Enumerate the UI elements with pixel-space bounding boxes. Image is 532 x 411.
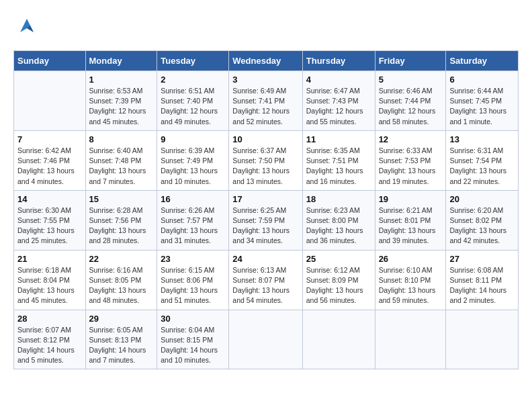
day-number: 22	[89, 254, 154, 264]
day-info: Sunrise: 6:44 AM Sunset: 7:45 PM Dayligh…	[449, 86, 515, 127]
calendar-week-row: 21Sunrise: 6:18 AM Sunset: 8:04 PM Dayli…	[14, 250, 519, 310]
calendar-cell	[302, 310, 375, 369]
logo	[13, 13, 44, 44]
day-number: 18	[306, 194, 371, 204]
day-info: Sunrise: 6:07 AM Sunset: 8:12 PM Dayligh…	[17, 325, 82, 366]
calendar-cell: 10Sunrise: 6:37 AM Sunset: 7:50 PM Dayli…	[229, 130, 302, 190]
day-info: Sunrise: 6:47 AM Sunset: 7:43 PM Dayligh…	[306, 86, 371, 127]
calendar-header-row: SundayMondayTuesdayWednesdayThursdayFrid…	[14, 51, 519, 71]
weekday-header: Sunday	[14, 51, 86, 71]
day-number: 16	[161, 194, 225, 204]
weekday-header: Saturday	[446, 51, 519, 71]
day-number: 4	[306, 75, 371, 85]
calendar-cell: 28Sunrise: 6:07 AM Sunset: 8:12 PM Dayli…	[14, 310, 86, 369]
day-number: 13	[449, 134, 515, 144]
day-number: 26	[379, 254, 443, 264]
day-info: Sunrise: 6:20 AM Sunset: 8:02 PM Dayligh…	[449, 205, 515, 246]
calendar-cell: 30Sunrise: 6:04 AM Sunset: 8:15 PM Dayli…	[157, 310, 229, 369]
day-info: Sunrise: 6:39 AM Sunset: 7:49 PM Dayligh…	[161, 146, 225, 187]
calendar-cell: 11Sunrise: 6:35 AM Sunset: 7:51 PM Dayli…	[302, 130, 375, 190]
day-info: Sunrise: 6:35 AM Sunset: 7:51 PM Dayligh…	[306, 146, 371, 187]
calendar-cell: 8Sunrise: 6:40 AM Sunset: 7:48 PM Daylig…	[85, 130, 157, 190]
day-number: 27	[449, 254, 515, 264]
day-info: Sunrise: 6:31 AM Sunset: 7:54 PM Dayligh…	[449, 146, 515, 187]
calendar-cell	[229, 310, 302, 369]
calendar-cell: 17Sunrise: 6:25 AM Sunset: 7:59 PM Dayli…	[229, 190, 302, 250]
calendar-cell	[375, 310, 446, 369]
weekday-header: Friday	[375, 51, 446, 71]
day-info: Sunrise: 6:18 AM Sunset: 8:04 PM Dayligh…	[17, 265, 82, 306]
calendar-cell: 9Sunrise: 6:39 AM Sunset: 7:49 PM Daylig…	[157, 130, 229, 190]
calendar-week-row: 14Sunrise: 6:30 AM Sunset: 7:55 PM Dayli…	[14, 190, 519, 250]
day-number: 12	[379, 134, 443, 144]
calendar-cell: 18Sunrise: 6:23 AM Sunset: 8:00 PM Dayli…	[302, 190, 375, 250]
day-number: 29	[89, 314, 154, 324]
calendar-cell: 20Sunrise: 6:20 AM Sunset: 8:02 PM Dayli…	[446, 190, 519, 250]
calendar-cell: 25Sunrise: 6:12 AM Sunset: 8:09 PM Dayli…	[302, 250, 375, 310]
calendar-cell: 2Sunrise: 6:51 AM Sunset: 7:40 PM Daylig…	[157, 71, 229, 131]
calendar-cell: 26Sunrise: 6:10 AM Sunset: 8:10 PM Dayli…	[375, 250, 446, 310]
logo-icon	[13, 13, 39, 44]
weekday-header: Tuesday	[157, 51, 229, 71]
day-info: Sunrise: 6:16 AM Sunset: 8:05 PM Dayligh…	[89, 265, 154, 306]
day-info: Sunrise: 6:46 AM Sunset: 7:44 PM Dayligh…	[379, 86, 443, 127]
day-number: 28	[17, 314, 82, 324]
calendar-cell	[446, 310, 519, 369]
day-number: 21	[17, 254, 82, 264]
day-number: 6	[449, 75, 515, 85]
day-number: 14	[17, 194, 82, 204]
calendar-cell: 13Sunrise: 6:31 AM Sunset: 7:54 PM Dayli…	[446, 130, 519, 190]
day-number: 9	[161, 134, 225, 144]
page-header	[13, 13, 519, 44]
day-info: Sunrise: 6:10 AM Sunset: 8:10 PM Dayligh…	[379, 265, 443, 306]
day-number: 8	[89, 134, 154, 144]
day-number: 19	[379, 194, 443, 204]
calendar-cell: 3Sunrise: 6:49 AM Sunset: 7:41 PM Daylig…	[229, 71, 302, 131]
calendar-week-row: 7Sunrise: 6:42 AM Sunset: 7:46 PM Daylig…	[14, 130, 519, 190]
day-number: 7	[17, 134, 82, 144]
day-info: Sunrise: 6:21 AM Sunset: 8:01 PM Dayligh…	[379, 205, 443, 246]
calendar-cell	[14, 71, 86, 131]
day-info: Sunrise: 6:13 AM Sunset: 8:07 PM Dayligh…	[232, 265, 298, 306]
weekday-header: Thursday	[302, 51, 375, 71]
calendar-cell: 29Sunrise: 6:05 AM Sunset: 8:13 PM Dayli…	[85, 310, 157, 369]
calendar-cell: 5Sunrise: 6:46 AM Sunset: 7:44 PM Daylig…	[375, 71, 446, 131]
calendar-cell: 7Sunrise: 6:42 AM Sunset: 7:46 PM Daylig…	[14, 130, 86, 190]
day-info: Sunrise: 6:28 AM Sunset: 7:56 PM Dayligh…	[89, 205, 154, 246]
day-info: Sunrise: 6:51 AM Sunset: 7:40 PM Dayligh…	[161, 86, 225, 127]
day-number: 23	[161, 254, 225, 264]
day-info: Sunrise: 6:49 AM Sunset: 7:41 PM Dayligh…	[232, 86, 298, 127]
weekday-header: Monday	[85, 51, 157, 71]
weekday-header: Wednesday	[229, 51, 302, 71]
calendar-cell: 15Sunrise: 6:28 AM Sunset: 7:56 PM Dayli…	[85, 190, 157, 250]
day-info: Sunrise: 6:05 AM Sunset: 8:13 PM Dayligh…	[89, 325, 154, 366]
day-info: Sunrise: 6:53 AM Sunset: 7:39 PM Dayligh…	[89, 86, 154, 127]
calendar-cell: 27Sunrise: 6:08 AM Sunset: 8:11 PM Dayli…	[446, 250, 519, 310]
day-number: 15	[89, 194, 154, 204]
day-info: Sunrise: 6:08 AM Sunset: 8:11 PM Dayligh…	[449, 265, 515, 306]
day-info: Sunrise: 6:30 AM Sunset: 7:55 PM Dayligh…	[17, 205, 82, 246]
calendar-cell: 21Sunrise: 6:18 AM Sunset: 8:04 PM Dayli…	[14, 250, 86, 310]
calendar-cell: 24Sunrise: 6:13 AM Sunset: 8:07 PM Dayli…	[229, 250, 302, 310]
calendar-table: SundayMondayTuesdayWednesdayThursdayFrid…	[13, 50, 519, 369]
day-number: 10	[232, 134, 298, 144]
calendar-cell: 4Sunrise: 6:47 AM Sunset: 7:43 PM Daylig…	[302, 71, 375, 131]
day-number: 20	[449, 194, 515, 204]
calendar-cell: 23Sunrise: 6:15 AM Sunset: 8:06 PM Dayli…	[157, 250, 229, 310]
day-info: Sunrise: 6:42 AM Sunset: 7:46 PM Dayligh…	[17, 146, 82, 187]
day-info: Sunrise: 6:37 AM Sunset: 7:50 PM Dayligh…	[232, 146, 298, 187]
day-number: 3	[232, 75, 298, 85]
day-number: 5	[379, 75, 443, 85]
day-info: Sunrise: 6:33 AM Sunset: 7:53 PM Dayligh…	[379, 146, 443, 187]
day-number: 1	[89, 75, 154, 85]
day-info: Sunrise: 6:26 AM Sunset: 7:57 PM Dayligh…	[161, 205, 225, 246]
calendar-cell: 6Sunrise: 6:44 AM Sunset: 7:45 PM Daylig…	[446, 71, 519, 131]
day-number: 17	[232, 194, 298, 204]
day-number: 30	[161, 314, 225, 324]
day-number: 11	[306, 134, 371, 144]
day-info: Sunrise: 6:04 AM Sunset: 8:15 PM Dayligh…	[161, 325, 225, 366]
day-number: 2	[161, 75, 225, 85]
day-info: Sunrise: 6:12 AM Sunset: 8:09 PM Dayligh…	[306, 265, 371, 306]
calendar-cell: 12Sunrise: 6:33 AM Sunset: 7:53 PM Dayli…	[375, 130, 446, 190]
day-number: 25	[306, 254, 371, 264]
